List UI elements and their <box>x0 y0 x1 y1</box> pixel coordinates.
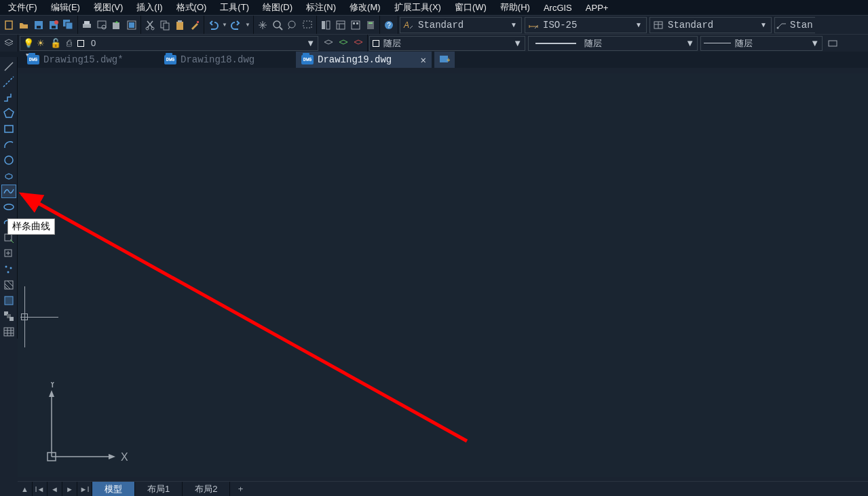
calc-button[interactable] <box>364 18 377 32</box>
tab-layout1[interactable]: 布局1 <box>135 482 183 496</box>
redo-dropdown[interactable]: ▼ <box>244 18 251 32</box>
polyline-tool[interactable] <box>1 91 16 104</box>
tab-drawing15[interactable]: DWG Drawing15.dwg* <box>22 52 157 68</box>
table-tool[interactable] <box>1 325 16 339</box>
preview-button[interactable] <box>95 18 109 32</box>
revcloud-tool[interactable] <box>1 169 16 183</box>
drawing-canvas[interactable]: X Y <box>18 73 868 477</box>
design-center-button[interactable] <box>334 18 347 32</box>
undo-dropdown[interactable]: ▼ <box>221 18 228 32</box>
layer-combo[interactable]: 💡 ☀ 🔓 ⎙ 0 ▼ <box>20 36 318 51</box>
text-style-combo[interactable]: A Standard ▼ <box>400 17 522 33</box>
svg-rect-34 <box>367 21 374 29</box>
menu-modify[interactable]: 修改(M) <box>343 0 388 15</box>
point-tool[interactable] <box>1 263 16 276</box>
lineweight-combo[interactable]: 随层 ▼ <box>700 36 823 51</box>
menu-help[interactable]: 帮助(H) <box>493 0 537 15</box>
text-icon: A <box>402 20 415 31</box>
linetype-combo[interactable]: 随层 ▼ <box>528 36 698 51</box>
color-combo[interactable]: 随层 ▼ <box>369 36 525 51</box>
menu-extend[interactable]: 扩展工具(X) <box>388 0 448 15</box>
polygon-tool[interactable] <box>1 107 16 120</box>
menu-appplus[interactable]: APP+ <box>579 1 616 14</box>
layout-up-button[interactable]: ▲ <box>18 482 33 496</box>
line-tool[interactable] <box>1 60 16 73</box>
region-tool[interactable] <box>1 309 16 323</box>
menu-draw[interactable]: 绘图(D) <box>256 0 299 15</box>
redo-button[interactable] <box>229 18 243 32</box>
chevron-down-icon: ▼ <box>810 38 819 48</box>
svg-rect-7 <box>66 22 73 29</box>
tool-palette-button[interactable] <box>349 18 362 32</box>
menu-tools[interactable]: 工具(T) <box>213 0 256 15</box>
new-doc-icon: + <box>439 55 450 64</box>
svg-line-23 <box>280 27 282 30</box>
bylayer-button[interactable] <box>826 37 839 50</box>
lineweight-sample <box>704 43 731 43</box>
new-button[interactable] <box>2 18 16 32</box>
layout-first-button[interactable]: I◄ <box>33 482 48 496</box>
chevron-down-icon: ▼ <box>685 38 694 48</box>
open-button[interactable] <box>17 18 31 32</box>
tab-drawing18[interactable]: DWG Drawing18.dwg <box>159 52 295 68</box>
rectangle-tool[interactable] <box>1 122 16 136</box>
layer-iso-button[interactable] <box>352 37 365 50</box>
arc-tool[interactable] <box>1 138 16 151</box>
zoom-prev-button[interactable] <box>286 18 299 32</box>
svg-rect-18 <box>164 23 169 30</box>
svg-point-53 <box>5 156 13 164</box>
menu-file[interactable]: 文件(F) <box>1 0 44 15</box>
publish-button[interactable] <box>110 18 124 32</box>
tab-layout2[interactable]: 布局2 <box>183 482 230 496</box>
menu-format[interactable]: 格式(O) <box>170 0 214 15</box>
layer-prev-button[interactable] <box>322 37 335 50</box>
table-style-combo[interactable]: Standard ▼ <box>649 17 772 33</box>
pan-button[interactable] <box>256 18 269 32</box>
menu-arcgis[interactable]: ArcGIS <box>537 1 579 14</box>
mleader-style-combo[interactable]: Stan <box>774 17 815 33</box>
add-layout-button[interactable]: + <box>230 482 250 496</box>
xline-tool[interactable] <box>1 75 16 89</box>
new-tab-button[interactable]: + <box>434 52 455 68</box>
menu-insert[interactable]: 插入(I) <box>130 0 169 15</box>
dim-style-value: ISO-25 <box>540 20 633 31</box>
make-block-tool[interactable] <box>1 247 16 261</box>
plot-button[interactable] <box>125 18 138 32</box>
color-value: 随层 <box>379 37 513 50</box>
menu-bar: 文件(F) 编辑(E) 视图(V) 插入(I) 格式(O) 工具(T) 绘图(D… <box>0 0 868 15</box>
matchprop-button[interactable] <box>188 18 202 32</box>
zoom-button[interactable] <box>271 18 284 32</box>
cut-button[interactable] <box>143 18 157 32</box>
saveas-button[interactable] <box>47 18 60 32</box>
menu-view[interactable]: 视图(V) <box>87 0 130 15</box>
paste-button[interactable] <box>173 18 187 32</box>
layout-next-button[interactable]: ► <box>62 482 77 496</box>
layer-match-button[interactable] <box>337 37 350 50</box>
svg-point-59 <box>5 266 7 268</box>
ellipse-tool[interactable] <box>1 200 16 214</box>
help-button[interactable]: ? <box>382 18 396 32</box>
menu-edit[interactable]: 编辑(E) <box>44 0 87 15</box>
zoom-window-button[interactable] <box>301 18 314 32</box>
dim-style-combo[interactable]: ISO-25 ▼ <box>525 17 647 33</box>
menu-window[interactable]: 窗口(W) <box>448 0 493 15</box>
circle-tool[interactable] <box>1 153 16 167</box>
layer-manager-button[interactable] <box>2 37 16 50</box>
svg-line-49 <box>5 62 13 71</box>
print-button[interactable] <box>80 18 94 32</box>
layout-prev-button[interactable]: ◄ <box>48 482 62 496</box>
close-icon[interactable]: ✕ <box>421 54 426 66</box>
tab-model[interactable]: 模型 <box>92 482 135 496</box>
save-button[interactable] <box>32 18 45 32</box>
hatch-tool[interactable] <box>1 278 16 292</box>
copy-button[interactable] <box>158 18 172 32</box>
layout-last-button[interactable]: ►I <box>77 482 92 496</box>
gradient-tool[interactable] <box>1 294 16 307</box>
tab-drawing19[interactable]: DWG Drawing19.dwg ✕ <box>296 52 432 68</box>
spline-tool[interactable] <box>1 185 16 198</box>
menu-annotate[interactable]: 标注(N) <box>299 0 343 15</box>
undo-button[interactable] <box>206 18 220 32</box>
saveall-button[interactable] <box>62 18 75 32</box>
svg-rect-33 <box>356 22 358 24</box>
props-button[interactable] <box>319 18 333 32</box>
